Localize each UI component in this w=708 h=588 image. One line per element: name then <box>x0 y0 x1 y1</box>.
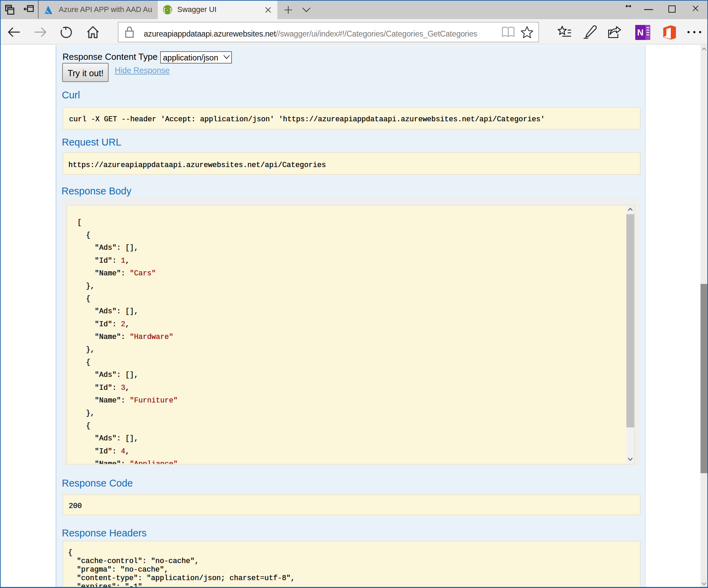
svg-text:N: N <box>637 27 644 38</box>
svg-text:{·}: {·} <box>163 8 172 13</box>
